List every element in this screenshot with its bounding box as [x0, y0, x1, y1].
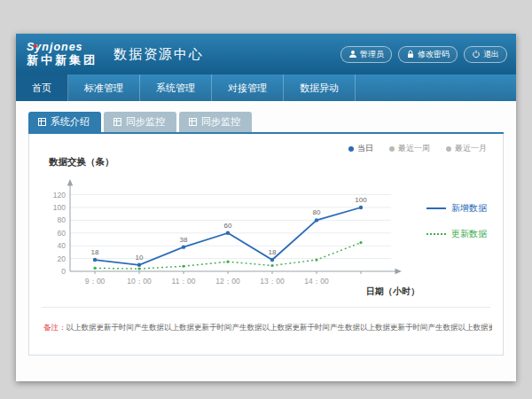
svg-text:12：00: 12：00 [215, 277, 240, 286]
tab-label: 系统介绍 [51, 115, 90, 129]
logo-en-text: Synjones [27, 41, 98, 53]
solid-line-icon [426, 207, 446, 209]
grid-icon [38, 117, 46, 128]
period-label: 最近一月 [455, 143, 487, 154]
user-icon [348, 50, 357, 59]
content-area: 系统介绍 同步监控 同步监控 当日 [16, 101, 516, 381]
change-password-button[interactable]: 修改密码 [398, 46, 458, 63]
legend-item-updated-data[interactable]: 更新数据 [426, 228, 492, 240]
svg-text:80: 80 [58, 215, 66, 224]
svg-text:18: 18 [91, 248, 99, 256]
svg-text:10: 10 [136, 254, 144, 262]
period-label: 最近一周 [398, 143, 430, 154]
svg-text:38: 38 [180, 236, 188, 244]
app-title: 数据资源中心 [113, 46, 204, 63]
legend-item-new-data[interactable]: 新增数据 [426, 202, 492, 215]
logo-cn-text: 新中新集团 [27, 54, 98, 67]
chart-y-axis-title: 数据交换（条） [49, 156, 492, 168]
nav-item-standard-mgmt[interactable]: 标准管理 [68, 74, 140, 101]
chart-row: 0204060801001209：0010：0011：0012：0013：001… [40, 170, 492, 301]
dotted-line-icon [426, 233, 446, 235]
svg-text:100: 100 [53, 203, 66, 212]
chart-panel: 当日 最近一周 最近一月 数据交换（条） 0204060801001209：00… [28, 134, 504, 356]
power-icon [472, 50, 481, 59]
svg-text:18: 18 [269, 248, 277, 256]
svg-text:13：00: 13：00 [260, 277, 285, 286]
svg-text:0: 0 [61, 267, 66, 276]
series-legend: 新增数据 更新数据 [421, 170, 492, 301]
svg-text:120: 120 [53, 191, 66, 200]
period-label: 当日 [357, 143, 373, 154]
period-filter-last-week[interactable]: 最近一周 [389, 143, 430, 154]
change-password-label: 修改密码 [418, 49, 450, 60]
tab-label: 同步监控 [126, 115, 165, 129]
lock-icon [406, 50, 415, 59]
svg-text:9：00: 9：00 [85, 277, 106, 286]
logout-button[interactable]: 退出 [464, 46, 507, 63]
svg-text:60: 60 [58, 229, 66, 238]
grid-icon [189, 117, 197, 128]
main-nav: 首页 标准管理 系统管理 对接管理 数据异动 [16, 74, 516, 101]
tab-system-intro[interactable]: 系统介绍 [28, 112, 101, 132]
svg-text:11：00: 11：00 [172, 277, 196, 286]
legend-dot-icon [446, 146, 451, 152]
logout-label: 退出 [483, 49, 499, 60]
user-actions: 管理员 修改密码 退出 [340, 46, 516, 63]
svg-text:20: 20 [58, 254, 66, 263]
nav-item-system-mgmt[interactable]: 系统管理 [140, 74, 212, 101]
series-name: 更新数据 [451, 228, 487, 240]
nav-item-data-change[interactable]: 数据异动 [284, 74, 356, 101]
app-window: Synjones 新中新集团 数据资源中心 管理员 修改密码 退出 [16, 34, 516, 381]
svg-text:10：00: 10：00 [127, 277, 152, 286]
nav-item-docking-mgmt[interactable]: 对接管理 [212, 74, 284, 101]
footnote-label: 备注： [43, 323, 66, 332]
admin-user-button[interactable]: 管理员 [340, 46, 392, 63]
svg-text:14：00: 14：00 [304, 277, 329, 286]
admin-user-label: 管理员 [360, 49, 384, 60]
tab-sync-monitor-1[interactable]: 同步监控 [104, 112, 176, 132]
nav-item-home[interactable]: 首页 [16, 74, 68, 101]
footnote: 备注：以上数据更新于时间产生数据以上数据更新于时间产生数据以上数据更新于时间产生… [40, 308, 492, 340]
svg-text:40: 40 [58, 241, 66, 250]
period-filter: 当日 最近一周 最近一月 [40, 143, 487, 154]
series-name: 新增数据 [451, 202, 487, 215]
tab-label: 同步监控 [201, 115, 240, 129]
legend-dot-icon [389, 146, 395, 152]
grid-icon [113, 117, 121, 128]
legend-dot-icon [348, 146, 354, 152]
tab-sync-monitor-2[interactable]: 同步监控 [179, 112, 252, 132]
period-filter-last-month[interactable]: 最近一月 [446, 143, 487, 154]
top-bar: Synjones 新中新集团 数据资源中心 管理员 修改密码 退出 [16, 34, 516, 74]
data-exchange-line-chart: 0204060801001209：0010：0011：0012：0013：001… [40, 170, 421, 301]
svg-text:60: 60 [224, 222, 232, 230]
svg-text:100: 100 [355, 196, 367, 204]
tab-bar: 系统介绍 同步监控 同步监控 [28, 112, 504, 134]
period-filter-today[interactable]: 当日 [348, 143, 373, 154]
svg-text:日期（小时）: 日期（小时） [366, 286, 419, 296]
svg-text:80: 80 [313, 208, 321, 216]
footnote-text: 以上数据更新于时间产生数据以上数据更新于时间产生数据以上数据更新于时间产生数据以… [66, 323, 493, 332]
company-logo: Synjones 新中新集团 [16, 41, 98, 66]
